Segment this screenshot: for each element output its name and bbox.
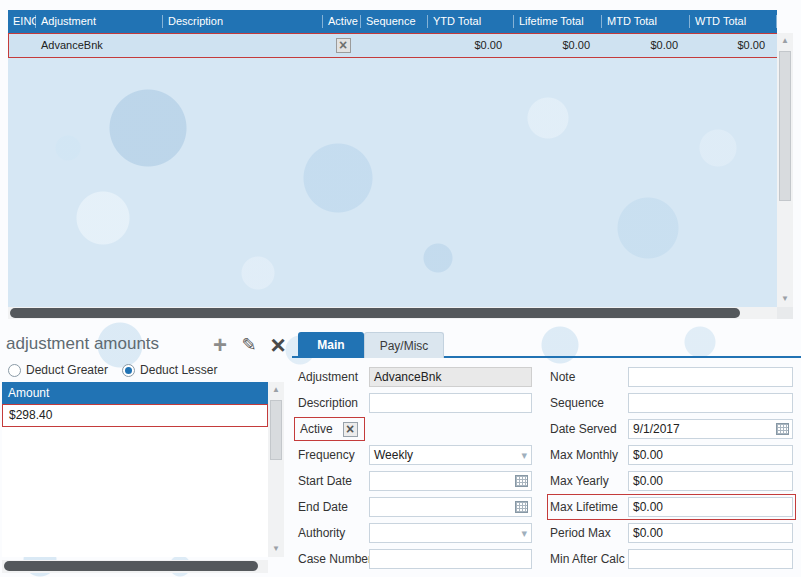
column-header-mtd-total[interactable]: MTD Total — [602, 10, 690, 33]
form-row: Start Date Max Yearly $0.00 — [292, 468, 801, 494]
max-lifetime-field[interactable]: $0.00 — [628, 497, 793, 517]
tab-main[interactable]: Main — [298, 332, 364, 358]
period-max-label: Period Max — [550, 526, 628, 540]
calendar-icon[interactable] — [776, 423, 789, 435]
radio-icon — [8, 364, 21, 377]
detail-form: Adjustment AdvanceBnk Note Description S… — [292, 364, 801, 572]
max-yearly-label: Max Yearly — [550, 474, 628, 488]
add-icon[interactable] — [208, 331, 232, 359]
min-after-calc-field[interactable] — [628, 549, 793, 569]
description-field[interactable] — [369, 393, 532, 413]
radio-option-deduct-greater[interactable]: Deduct Greater — [8, 363, 108, 377]
scroll-down-icon[interactable] — [777, 292, 793, 306]
column-header-wtd-total[interactable]: WTD Total — [690, 10, 777, 33]
radio-label: Deduct Lesser — [140, 363, 217, 377]
cell-mtd-total: $0.00 — [603, 34, 691, 57]
amounts-horizontal-scrollbar[interactable] — [2, 560, 268, 573]
column-header-lifetime-total[interactable]: Lifetime Total — [514, 10, 602, 33]
payroll-adjustment-screen: EINC Adjustment Description Active Seque… — [0, 0, 801, 577]
grid-horizontal-scrollbar[interactable] — [8, 307, 777, 319]
adjustment-field[interactable]: AdvanceBnk — [369, 367, 532, 387]
adjustment-detail-panel: Main Pay/Misc Adjustment AdvanceBnk Note… — [292, 332, 801, 577]
note-label: Note — [550, 370, 628, 384]
row-active-checkbox-icon[interactable] — [336, 38, 351, 53]
cell-active — [324, 38, 362, 53]
vertical-scrollbar-thumb[interactable] — [270, 400, 282, 460]
case-number-label: Case Number — [292, 552, 369, 566]
max-monthly-label: Max Monthly — [550, 448, 628, 462]
tab-strip: Main Pay/Misc — [292, 332, 801, 358]
scrollbar-corner — [777, 307, 793, 319]
scroll-up-icon[interactable] — [268, 383, 284, 397]
column-header-active[interactable]: Active — [323, 10, 361, 33]
scroll-up-icon[interactable] — [777, 34, 793, 48]
min-after-calc-label: Min After Calc — [550, 552, 628, 566]
amount-column-header[interactable]: Amount — [2, 382, 268, 404]
radio-selected-icon — [122, 364, 135, 377]
start-date-field[interactable] — [369, 471, 532, 491]
radio-option-deduct-lesser[interactable]: Deduct Lesser — [122, 363, 217, 377]
authority-dropdown[interactable] — [369, 523, 532, 543]
adjustments-grid: EINC Adjustment Description Active Seque… — [8, 10, 793, 319]
cell-adjustment: AdvanceBnk — [37, 34, 164, 57]
calendar-icon[interactable] — [515, 501, 528, 513]
max-yearly-field[interactable]: $0.00 — [628, 471, 793, 491]
amount-list-background — [2, 427, 268, 557]
authority-label: Authority — [292, 526, 369, 540]
form-row: End Date Max Lifetime $0.00 — [292, 494, 801, 520]
delete-x-icon[interactable] — [266, 330, 290, 361]
edit-pencil-icon[interactable] — [237, 334, 261, 356]
adjustment-label: Adjustment — [292, 370, 369, 384]
case-number-field[interactable] — [369, 549, 532, 569]
calendar-icon[interactable] — [515, 475, 528, 487]
max-lifetime-label: Max Lifetime — [550, 500, 628, 514]
amount-row[interactable]: $298.40 — [2, 404, 268, 427]
form-row: Frequency Weekly Max Monthly $0.00 — [292, 442, 801, 468]
grid-row-advancebnk[interactable]: AdvanceBnk $0.00 $0.00 $0.00 $0.00 — [8, 33, 782, 58]
frequency-dropdown[interactable]: Weekly — [369, 445, 532, 465]
radio-label: Deduct Greater — [26, 363, 108, 377]
sequence-label: Sequence — [550, 396, 628, 410]
grid-vertical-scrollbar[interactable] — [777, 33, 793, 307]
date-served-value: 9/1/2017 — [633, 420, 680, 438]
form-row: Adjustment AdvanceBnk Note — [292, 364, 801, 390]
form-row: Case Number Min After Calc — [292, 546, 801, 572]
cell-wtd-total: $0.00 — [691, 34, 778, 57]
max-lifetime-highlight: Max Lifetime $0.00 — [547, 494, 796, 520]
tab-pay-misc[interactable]: Pay/Misc — [364, 332, 444, 358]
grid-header-row: EINC Adjustment Description Active Seque… — [8, 10, 777, 33]
horizontal-scrollbar-thumb[interactable] — [4, 561, 258, 571]
amounts-toolbar — [208, 332, 290, 358]
horizontal-scrollbar-thumb[interactable] — [10, 308, 740, 318]
sequence-field[interactable] — [628, 393, 793, 413]
grid-background-splatter — [8, 58, 777, 307]
end-date-field[interactable] — [369, 497, 532, 517]
column-header-ytd-total[interactable]: YTD Total — [428, 10, 514, 33]
amounts-vertical-scrollbar[interactable] — [268, 382, 284, 557]
max-monthly-field[interactable]: $0.00 — [628, 445, 793, 465]
column-header-einc[interactable]: EINC — [8, 10, 36, 33]
date-served-label: Date Served — [550, 422, 628, 436]
column-header-adjustment[interactable]: Adjustment — [36, 10, 163, 33]
scroll-down-icon[interactable] — [268, 542, 284, 556]
panel-title: adjustment amounts — [6, 334, 159, 354]
vertical-scrollbar-thumb[interactable] — [779, 51, 791, 201]
description-label: Description — [292, 396, 369, 410]
column-header-description[interactable]: Description — [163, 10, 323, 33]
cell-ytd-total: $0.00 — [429, 34, 515, 57]
deduct-radio-group: Deduct Greater Deduct Lesser — [8, 363, 217, 377]
form-row: Active Date Served 9/1/2017 — [292, 416, 801, 442]
period-max-field[interactable]: $0.00 — [628, 523, 793, 543]
column-header-sequence[interactable]: Sequence — [361, 10, 428, 33]
adjustment-amounts-panel: adjustment amounts Deduct Greater Deduct… — [2, 332, 286, 575]
active-checkbox-icon[interactable] — [343, 422, 358, 437]
note-field[interactable] — [628, 367, 793, 387]
date-served-field[interactable]: 9/1/2017 — [628, 419, 793, 439]
start-date-label: Start Date — [292, 474, 369, 488]
form-row: Authority Period Max $0.00 — [292, 520, 801, 546]
form-row: Description Sequence — [292, 390, 801, 416]
active-field-highlight: Active — [294, 417, 365, 441]
active-label: Active — [297, 422, 333, 436]
frequency-label: Frequency — [292, 448, 369, 462]
cell-lifetime-total: $0.00 — [515, 34, 603, 57]
